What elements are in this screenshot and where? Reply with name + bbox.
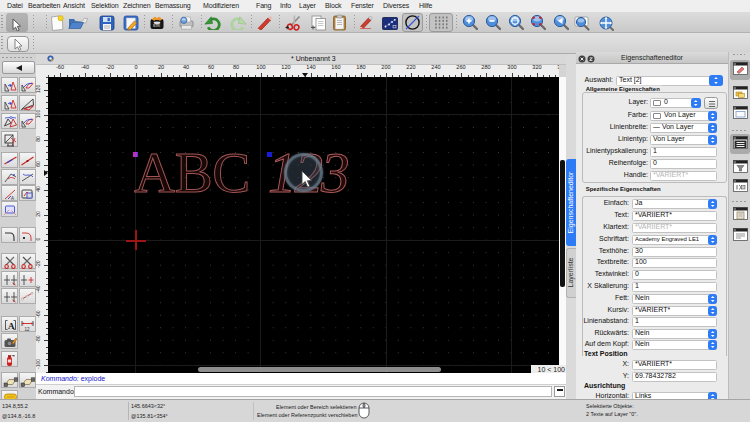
svg-text:12: 12	[25, 326, 31, 331]
svg-text:A: A	[8, 321, 15, 331]
svg-text:STR: STR	[153, 24, 160, 28]
svg-text:A: A	[11, 196, 14, 201]
